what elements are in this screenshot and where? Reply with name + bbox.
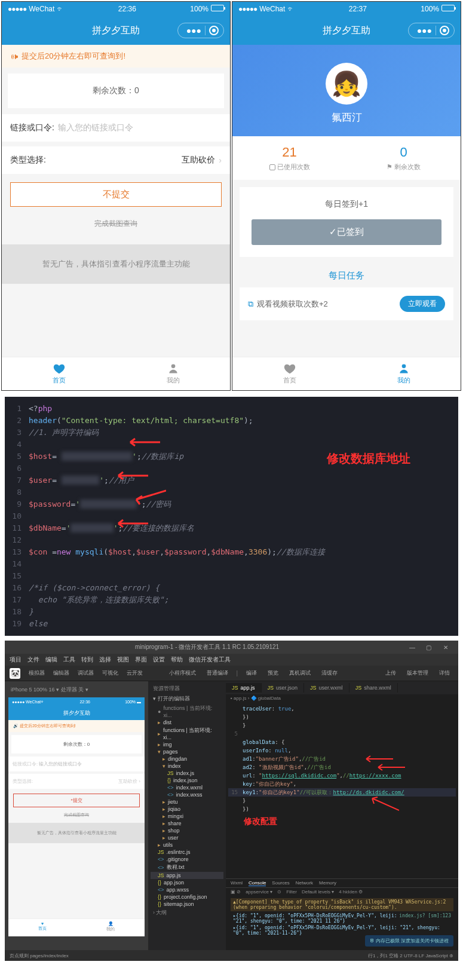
completed-link[interactable]: 完成截图查询 [2, 215, 230, 232]
code-line[interactable]: url: "https://sql.dkididc.com",//https:/… [228, 771, 456, 780]
console-tab[interactable]: Network [296, 880, 313, 886]
code-line[interactable]: 5 [228, 730, 456, 738]
code-line[interactable]: 19else [5, 618, 458, 630]
panda-avatar-icon[interactable]: 🐼 [10, 668, 20, 679]
console-tab[interactable]: Sources [272, 880, 289, 886]
console-filter-item[interactable]: 4 hidden ⚙ [339, 889, 363, 895]
explorer-item[interactable]: <>.gitignore [151, 856, 223, 863]
code-area[interactable]: traceUser: true, }) }5 globalData: { use… [226, 702, 458, 878]
explorer-item[interactable]: ▸user [151, 834, 223, 841]
stat-remaining[interactable]: 0 ⚑剩余次数 [347, 136, 461, 180]
toolbar-button[interactable]: 编译 [243, 668, 260, 678]
close-target-icon[interactable] [209, 26, 219, 35]
menu-item[interactable]: 视图 [117, 656, 129, 664]
menu-item[interactable]: 设置 [153, 656, 165, 664]
maximize-button[interactable]: ▢ [421, 642, 437, 653]
code-line[interactable]: }) [228, 713, 456, 721]
code-line[interactable]: 16/*if ($con->connect_error) { [5, 582, 458, 594]
minimize-button[interactable]: — [404, 642, 420, 653]
editor-tab[interactable]: JS share.wxml [349, 683, 398, 693]
watch-button[interactable]: 立即观看 [400, 296, 445, 312]
code-line[interactable]: } [228, 797, 456, 805]
console-filter-item[interactable]: ▣ ⊘ [231, 889, 241, 895]
code-line[interactable]: globalData: { [228, 738, 456, 746]
avatar[interactable]: 👧 [326, 63, 367, 105]
code-line[interactable]: userInfo: null, [228, 746, 456, 755]
code-line[interactable]: 15 key1:"你自己的key1"//可以获取：http://ds.dkidi… [228, 788, 456, 797]
tab-home[interactable]: 首页 [232, 357, 347, 390]
nav-capsule[interactable]: ●●● [408, 23, 455, 38]
explorer-item[interactable]: ▸img [151, 741, 223, 748]
editor-tab[interactable]: JS user.wxml [304, 683, 349, 693]
editor-tab[interactable]: JS app.js [226, 683, 262, 693]
explorer-item[interactable]: ▾pages [151, 748, 223, 755]
explorer-item[interactable]: ▸jietu [151, 798, 223, 806]
console-filter-item[interactable]: Default levels ▾ [302, 889, 334, 895]
toolbar-button[interactable]: 上传 [382, 668, 400, 678]
toolbar-button[interactable]: 详情 [436, 668, 453, 678]
explorer-item[interactable]: JSindex.js [151, 770, 223, 777]
toolbar-button[interactable]: 预览 [264, 668, 282, 678]
signin-button[interactable]: ✓已签到 [252, 219, 441, 245]
code-line[interactable]: 13$con =new mysqli($host,$user,$password… [5, 546, 458, 558]
menu-item[interactable]: 界面 [135, 656, 147, 664]
stat-used[interactable]: 21 已使用次数 [232, 136, 347, 180]
code-line[interactable]: }) [228, 805, 456, 813]
toolbar-button[interactable]: 模拟器 [25, 668, 48, 678]
explorer-item[interactable]: {}sitemap.json [151, 901, 223, 908]
tab-mine[interactable]: 我的 [116, 357, 230, 390]
menu-item[interactable]: 选择 [99, 656, 111, 664]
explorer-item[interactable]: <>index.wxml [151, 784, 223, 791]
explorer-item[interactable]: ▸dingdan [151, 755, 223, 762]
menu-item[interactable]: 编辑 [45, 656, 57, 664]
toolbar-button[interactable]: 云开发 [123, 668, 146, 678]
simulator-phone[interactable]: ●●●●● WeChatᯤ22:36100% ▬ 拼夕夕互助 🔊 提交后20分钟… [8, 697, 145, 936]
close-button[interactable]: ✕ [438, 642, 453, 653]
link-input-row[interactable]: 链接或口令: 输入您的链接或口令 [2, 114, 230, 142]
explorer-item[interactable]: JS.eslintrc.js [151, 849, 223, 856]
code-line[interactable]: 1<?php [5, 403, 458, 415]
close-target-icon[interactable] [440, 26, 449, 35]
code-line[interactable]: 12 [5, 534, 458, 546]
console-tab[interactable]: Wxml [231, 880, 243, 886]
code-line[interactable]: traceUser: true, [228, 705, 456, 713]
submit-button[interactable]: 不提交 [10, 182, 222, 207]
toolbar-button[interactable]: 小程序模式 [165, 668, 200, 678]
toolbar-button[interactable]: 可视化 [99, 668, 122, 678]
explorer-item[interactable]: {}index.json [151, 777, 223, 784]
code-line[interactable]: 8 [5, 486, 458, 498]
explorer-item[interactable]: <>index.wxss [151, 791, 223, 798]
code-line[interactable]: 3//1. 声明字符编码 [5, 427, 458, 439]
tab-mine[interactable]: 我的 [347, 357, 461, 390]
explorer-item[interactable]: ▸shop [151, 827, 223, 834]
explorer-item[interactable]: ▸mingxi [151, 813, 223, 820]
menu-item[interactable]: 转到 [81, 656, 93, 664]
memory-badge[interactable]: ⛨ 内存已极限 深度加速关闭卡顿进程 [365, 935, 453, 947]
link-input[interactable]: 输入您的链接或口令 [58, 122, 222, 133]
toolbar-button[interactable]: 真机调试 [286, 668, 314, 678]
menu-icon[interactable]: ●●● [183, 26, 206, 35]
menu-icon[interactable]: ●●● [413, 26, 436, 35]
code-line[interactable]: 9$password='xxxxxxx';//密码 [5, 498, 458, 510]
console-tab[interactable]: Console [249, 880, 266, 886]
nav-capsule[interactable]: ●●● [177, 23, 224, 38]
toolbar-button[interactable]: 调试器 [74, 668, 97, 678]
code-line[interactable]: 17 echo "系统异常，连接数据库失败"; [5, 594, 458, 606]
tab-home[interactable]: 首页 [2, 357, 116, 390]
console-tab[interactable]: Memory [319, 880, 336, 886]
menu-item[interactable]: 文件 [27, 656, 39, 664]
explorer-item[interactable]: <>教程.txt [151, 863, 223, 872]
console-filter-item[interactable]: Filter [286, 889, 297, 895]
console-filter-item[interactable]: ⊙ [277, 889, 281, 895]
console-filter-item[interactable]: appservice ▾ [246, 889, 272, 895]
editor-tab[interactable]: JS user.json [262, 683, 305, 693]
code-line[interactable]: 2header("Content-type: text/html; charse… [5, 415, 458, 427]
menu-item[interactable]: 工具 [63, 656, 75, 664]
code-line[interactable]: 4 [5, 439, 458, 451]
simulator-settings[interactable]: iPhone 5 100% 16 ▾ 处理器 关 ▾ [8, 685, 145, 695]
code-line[interactable]: key:"你自己的key", [228, 780, 456, 788]
code-line[interactable]: 10 [5, 510, 458, 522]
code-line[interactable]: 7$user= xxx';//用户 [5, 474, 458, 486]
menu-item[interactable]: 帮助 [171, 656, 183, 664]
explorer-item[interactable]: <>app.wxss [151, 886, 223, 893]
